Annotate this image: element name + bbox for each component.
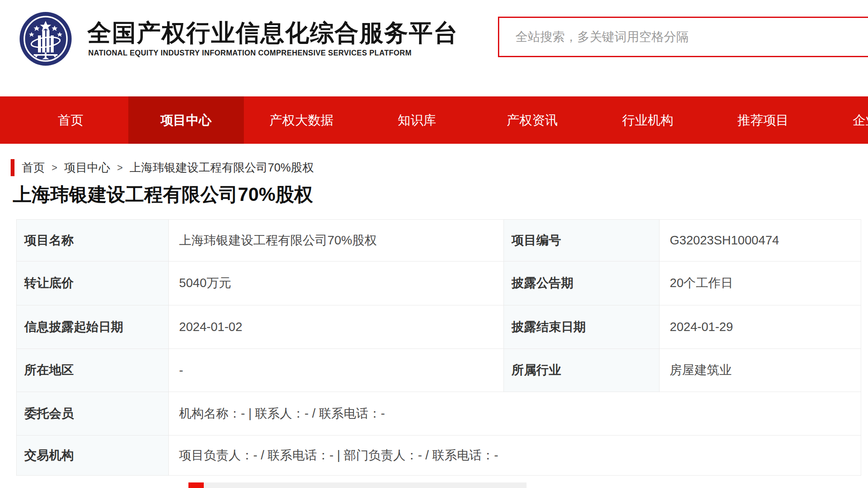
detail-label: 信息披露起始日期 xyxy=(17,305,169,349)
nav-item-4[interactable]: 知识库 xyxy=(359,96,475,144)
page-title: 上海玮银建设工程有限公司70%股权 xyxy=(13,182,313,207)
site-subtitle: NATIONAL EQUITY INDUSTRY INFORMATION COM… xyxy=(88,49,411,58)
platform-logo-icon[interactable] xyxy=(19,12,72,66)
breadcrumb-item-1[interactable]: 首页 xyxy=(22,160,45,175)
breadcrumb-separator: > xyxy=(117,162,122,174)
detail-value: 机构名称：- | 联系人：- / 联系电话：- xyxy=(169,392,861,436)
breadcrumb-separator: > xyxy=(52,162,57,174)
section-tab-accent xyxy=(188,482,204,488)
nav-item-5[interactable]: 产权资讯 xyxy=(475,96,590,144)
detail-label: 交易机构 xyxy=(17,436,169,475)
detail-value: 2024-01-29 xyxy=(660,305,861,349)
breadcrumb: 首页>项目中心>上海玮银建设工程有限公司70%股权 xyxy=(11,159,314,177)
detail-value: 项目负责人：- / 联系电话：- | 部门负责人：- / 联系电话：- xyxy=(169,436,861,475)
breadcrumb-accent-bar xyxy=(11,159,14,176)
detail-label: 委托会员 xyxy=(17,392,169,436)
nav-item-8[interactable]: 企业 xyxy=(821,96,868,144)
section-tab-bar xyxy=(204,482,527,488)
detail-label: 所在地区 xyxy=(17,349,169,392)
detail-value: 房屋建筑业 xyxy=(660,349,861,392)
nav-item-2[interactable]: 项目中心 xyxy=(128,96,244,144)
site-header: 全国产权行业信息化综合服务平台 NATIONAL EQUITY INDUSTRY… xyxy=(0,0,868,96)
detail-label: 披露结束日期 xyxy=(504,305,660,349)
detail-label: 所属行业 xyxy=(504,349,660,392)
nav-item-3[interactable]: 产权大数据 xyxy=(244,96,359,144)
detail-value: - xyxy=(169,349,504,392)
detail-value: 上海玮银建设工程有限公司70%股权 xyxy=(169,220,504,261)
detail-label: 项目名称 xyxy=(17,220,169,261)
detail-label: 转让底价 xyxy=(17,261,169,305)
detail-value: 5040万元 xyxy=(169,261,504,305)
nav-item-1[interactable]: 首页 xyxy=(13,96,128,144)
nav-item-6[interactable]: 行业机构 xyxy=(590,96,706,144)
detail-label: 披露公告期 xyxy=(504,261,660,305)
site-search-input[interactable] xyxy=(498,17,868,57)
site-title: 全国产权行业信息化综合服务平台 xyxy=(87,17,458,49)
detail-value: 2024-01-02 xyxy=(169,305,504,349)
main-nav-list: 首页项目中心产权大数据知识库产权资讯行业机构推荐项目企业 xyxy=(0,96,868,144)
project-details-table: 项目名称上海玮银建设工程有限公司70%股权项目编号G32023SH1000474… xyxy=(16,219,861,476)
detail-label: 项目编号 xyxy=(504,220,660,261)
breadcrumb-item-3: 上海玮银建设工程有限公司70%股权 xyxy=(130,160,314,175)
nav-item-7[interactable]: 推荐项目 xyxy=(706,96,821,144)
detail-value: 20个工作日 xyxy=(660,261,861,305)
breadcrumb-items: 首页>项目中心>上海玮银建设工程有限公司70%股权 xyxy=(22,160,314,175)
detail-value: G32023SH1000474 xyxy=(660,220,861,261)
main-nav: 首页项目中心产权大数据知识库产权资讯行业机构推荐项目企业 xyxy=(0,96,868,144)
breadcrumb-item-2[interactable]: 项目中心 xyxy=(64,160,110,175)
